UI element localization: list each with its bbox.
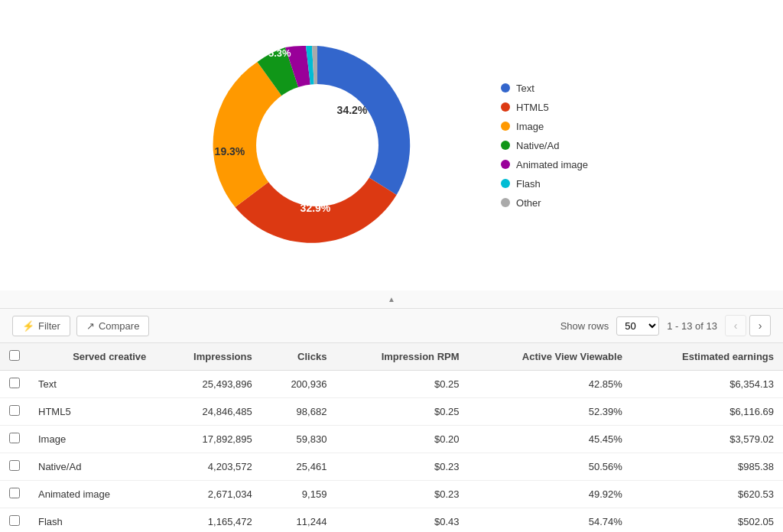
row-checkbox-cell: [0, 371, 29, 398]
cell-creative: Text: [29, 371, 155, 398]
cell-clicks: 9,159: [262, 481, 336, 508]
legend-dot: [501, 102, 510, 112]
cell-clicks: 11,244: [262, 508, 336, 533]
row-checkbox[interactable]: [9, 433, 20, 443]
legend-label: Other: [516, 197, 541, 209]
donut-wrapper: 34.2% 32.9% 19.3% 5.3%: [195, 23, 440, 268]
legend-dot: [501, 83, 510, 92]
col-header-rpm: Impression RPM: [336, 343, 468, 371]
toolbar-left: ⚡ Filter ↗ Compare: [12, 316, 149, 336]
cell-viewable: 52.39%: [469, 398, 632, 426]
data-table: Served creative Impressions Clicks Impre…: [0, 343, 783, 532]
chart-section: 34.2% 32.9% 19.3% 5.3% Text HTML5 Image …: [0, 0, 783, 290]
page-nav: ‹ ›: [725, 315, 771, 336]
page-info: 1 - 13 of 13: [667, 320, 717, 332]
cell-impressions: 25,493,896: [155, 371, 261, 398]
legend-item: Native/Ad: [501, 140, 588, 151]
legend-item: Text: [501, 83, 588, 94]
cell-viewable: 50.56%: [469, 453, 632, 481]
table-toolbar: ⚡ Filter ↗ Compare Show rows 50 10 25 10…: [0, 309, 783, 343]
row-checkbox-cell: [0, 508, 29, 533]
legend-label: Animated image: [516, 159, 588, 170]
table-header-row: Served creative Impressions Clicks Impre…: [0, 343, 783, 371]
col-header-impressions: Impressions: [155, 343, 261, 371]
cell-earnings: $3,579.02: [632, 426, 783, 453]
row-checkbox[interactable]: [9, 405, 20, 416]
row-checkbox-cell: [0, 481, 29, 508]
table-row: Flash 1,165,472 11,244 $0.43 54.74% $502…: [0, 508, 783, 533]
col-header-earnings: Estimated earnings: [632, 343, 783, 371]
select-all-checkbox[interactable]: [9, 350, 20, 361]
row-checkbox-cell: [0, 453, 29, 481]
filter-icon: ⚡: [22, 320, 34, 332]
cell-viewable: 54.74%: [469, 508, 632, 533]
rows-select[interactable]: 50 10 25 100: [616, 316, 659, 336]
row-checkbox[interactable]: [9, 460, 20, 471]
table-row: Image 17,892,895 59,830 $0.20 45.45% $3,…: [0, 426, 783, 453]
cell-creative: Animated image: [29, 481, 155, 508]
cell-impressions: 24,846,485: [155, 398, 261, 426]
table-wrapper: ▲ ⚡ Filter ↗ Compare Show rows 50 10 25 …: [0, 290, 783, 532]
legend-item: Animated image: [501, 159, 588, 170]
cell-creative: Native/Ad: [29, 453, 155, 481]
legend-dot: [501, 179, 510, 188]
cell-rpm: $0.23: [336, 453, 468, 481]
cell-clicks: 25,461: [262, 453, 336, 481]
collapse-indicator[interactable]: ▲: [0, 290, 783, 309]
cell-creative: Image: [29, 426, 155, 453]
cell-impressions: 2,671,034: [155, 481, 261, 508]
compare-icon: ↗: [86, 320, 95, 332]
cell-earnings: $6,354.13: [632, 371, 783, 398]
row-checkbox[interactable]: [9, 378, 20, 388]
cell-creative: HTML5: [29, 398, 155, 426]
cell-viewable: 49.92%: [469, 481, 632, 508]
cell-rpm: $0.25: [336, 398, 468, 426]
cell-viewable: 45.45%: [469, 426, 632, 453]
legend-label: Image: [516, 121, 544, 132]
legend-item: Image: [501, 121, 588, 132]
col-header-creative: Served creative: [29, 343, 155, 371]
legend: Text HTML5 Image Native/Ad Animated imag…: [501, 83, 588, 209]
table-row: HTML5 24,846,485 98,682 $0.25 52.39% $6,…: [0, 398, 783, 426]
cell-impressions: 17,892,895: [155, 426, 261, 453]
table-row: Text 25,493,896 200,936 $0.25 42.85% $6,…: [0, 371, 783, 398]
row-checkbox[interactable]: [9, 515, 20, 526]
select-all-header: [0, 343, 29, 371]
cell-rpm: $0.20: [336, 426, 468, 453]
compare-button[interactable]: ↗ Compare: [76, 316, 149, 336]
row-checkbox-cell: [0, 426, 29, 453]
show-rows-label: Show rows: [560, 320, 609, 332]
toolbar-right: Show rows 50 10 25 100 1 - 13 of 13 ‹ ›: [560, 315, 771, 336]
prev-page-button[interactable]: ‹: [725, 315, 746, 336]
cell-impressions: 4,203,572: [155, 453, 261, 481]
legend-item: Flash: [501, 178, 588, 190]
legend-item: Other: [501, 197, 588, 209]
legend-dot: [501, 160, 510, 169]
cell-rpm: $0.23: [336, 481, 468, 508]
legend-dot: [501, 141, 510, 150]
legend-dot: [501, 198, 510, 207]
legend-item: HTML5: [501, 102, 588, 113]
cell-earnings: $502.05: [632, 508, 783, 533]
legend-label: HTML5: [516, 102, 549, 113]
filter-label: Filter: [38, 320, 60, 332]
row-checkbox[interactable]: [9, 488, 20, 498]
cell-earnings: $985.38: [632, 453, 783, 481]
cell-creative: Flash: [29, 508, 155, 533]
compare-label: Compare: [99, 320, 139, 332]
next-page-button[interactable]: ›: [749, 315, 771, 336]
cell-earnings: $6,116.69: [632, 398, 783, 426]
cell-rpm: $0.43: [336, 508, 468, 533]
col-header-viewable: Active View Viewable: [469, 343, 632, 371]
cell-clicks: 59,830: [262, 426, 336, 453]
col-header-clicks: Clicks: [262, 343, 336, 371]
legend-label: Text: [516, 83, 534, 94]
cell-rpm: $0.25: [336, 371, 468, 398]
label-html5: 32.9%: [301, 202, 331, 214]
filter-button[interactable]: ⚡ Filter: [12, 316, 70, 336]
label-text: 34.2%: [337, 104, 368, 116]
legend-dot: [501, 122, 510, 131]
label-nativead: 5.3%: [268, 47, 291, 59]
legend-label: Native/Ad: [516, 140, 559, 151]
cell-earnings: $620.53: [632, 481, 783, 508]
